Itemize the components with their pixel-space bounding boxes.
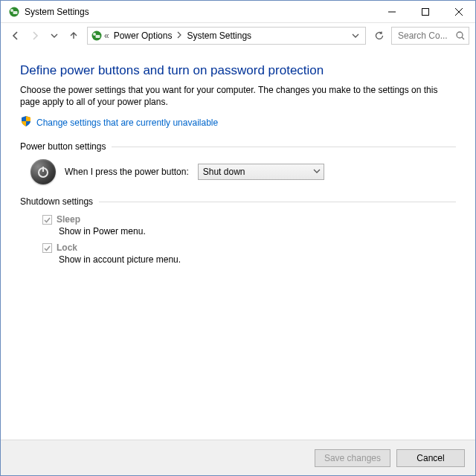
breadcrumb-sep-icon: « [103,30,111,41]
refresh-button[interactable] [370,27,388,45]
search-input[interactable] [391,27,469,45]
divider [99,202,456,202]
search-icon [455,30,466,43]
group-power-button-settings: Power button settings [20,141,456,152]
page-description: Choose the power settings that you want … [20,84,456,108]
app-icon [8,6,20,18]
power-button-action-select[interactable]: Shut down [198,164,324,180]
svg-point-2 [10,9,13,12]
recent-locations-button[interactable] [45,27,63,45]
checkbox-icon [42,243,52,253]
change-settings-link[interactable]: Change settings that are currently unava… [36,118,218,128]
power-button-label: When I press the power button: [65,167,189,177]
divider [112,147,456,147]
cancel-button[interactable]: Cancel [396,449,465,467]
window-title: System Settings [25,7,89,17]
breadcrumb-dropdown-button[interactable] [349,27,362,45]
group-label: Shutdown settings [20,196,93,207]
checkbox-label: Sleep [57,214,80,225]
checkbox-lock: Lock [42,242,456,253]
group-shutdown-settings: Shutdown settings [20,196,456,207]
checkbox-label: Lock [57,242,77,253]
svg-rect-3 [422,8,428,15]
svg-point-6 [93,33,96,36]
checkbox-sleep-desc: Show in Power menu. [59,226,456,237]
up-button[interactable] [65,27,83,45]
minimize-button[interactable] [375,1,408,23]
checkbox-sleep: Sleep [42,214,456,225]
power-icon [30,159,56,184]
back-button[interactable] [7,27,25,45]
maximize-button[interactable] [408,1,442,23]
breadcrumb[interactable]: « Power Options System Settings [87,27,366,45]
svg-rect-5 [96,35,100,38]
breadcrumb-item-system-settings[interactable]: System Settings [184,30,254,41]
forward-button[interactable] [26,27,44,45]
breadcrumb-item-power-options[interactable]: Power Options [111,30,176,41]
shield-icon [20,115,32,129]
checkbox-lock-desc: Show in account picture menu. [59,254,456,265]
page-heading: Define power buttons and turn on passwor… [20,63,456,78]
content: Define power buttons and turn on passwor… [1,50,475,440]
titlebar: System Settings [1,1,475,23]
select-value: Shut down [203,167,313,177]
save-changes-button[interactable]: Save changes [315,449,390,467]
chevron-right-icon[interactable] [175,30,184,41]
checkbox-icon [42,215,52,225]
group-label: Power button settings [20,141,106,152]
breadcrumb-root-icon [91,30,103,42]
chevron-down-icon [313,167,321,177]
svg-rect-1 [13,11,18,14]
svg-point-7 [457,32,463,38]
close-button[interactable] [442,1,475,23]
search-input-field[interactable] [396,30,464,42]
navbar: « Power Options System Settings [1,23,475,48]
footer: Save changes Cancel [1,440,475,475]
